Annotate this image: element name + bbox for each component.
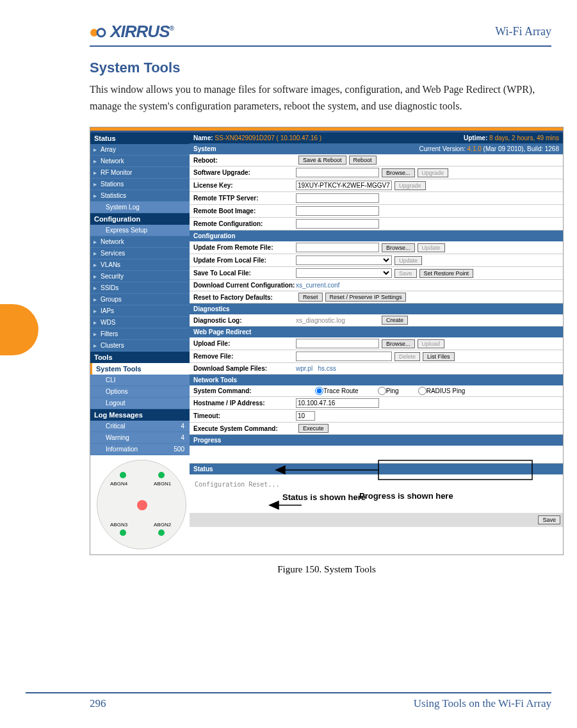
save-local-select[interactable] <box>296 268 392 278</box>
sw-upgrade-input[interactable] <box>296 168 379 177</box>
save-reboot-button[interactable]: Save & Reboot <box>298 156 346 165</box>
sidebar-row-critical[interactable]: Critical4 <box>90 421 190 432</box>
sidebar-item-wds[interactable]: ▸WDS <box>90 317 190 328</box>
sidebar-item-array[interactable]: ▸Array <box>90 144 190 156</box>
browse-button[interactable]: Browse... <box>382 168 415 177</box>
sidebar: Status ▸Array ▸Network ▸RF Monitor ▸Stat… <box>90 133 190 554</box>
license-input[interactable] <box>296 181 392 190</box>
row-reboot: Reboot: Save & Reboot Reboot <box>190 154 563 166</box>
page-number: 296 <box>90 697 106 710</box>
browse-remote-button[interactable]: Browse... <box>382 243 415 252</box>
upgrade-license-button[interactable]: Upgrade <box>394 181 426 190</box>
reboot-button[interactable]: Reboot <box>349 156 377 165</box>
sidebar-row-warning[interactable]: Warning4 <box>90 432 190 444</box>
logo: XIRRUS® <box>90 22 174 42</box>
update-remote-button[interactable]: Update <box>418 243 445 252</box>
sidebar-item-system-log[interactable]: System Log <box>90 202 190 213</box>
section-progress: Progress <box>190 435 563 446</box>
intro-text: This window allows you to manage files f… <box>90 81 551 114</box>
svg-marker-3 <box>276 466 285 474</box>
update-remote-input[interactable] <box>296 243 379 252</box>
radio-ping[interactable] <box>378 387 386 395</box>
row-timeout: Timeout: <box>190 410 563 423</box>
svg-marker-6 <box>270 501 279 509</box>
delete-wpr-button[interactable]: Delete <box>394 352 420 361</box>
sidebar-header-configuration[interactable]: Configuration <box>90 213 190 225</box>
sidebar-header-status[interactable]: Status <box>90 133 190 144</box>
annotation-status: Status is shown here <box>282 492 366 503</box>
sidebar-header-tools[interactable]: Tools <box>90 352 190 363</box>
row-wpr-download: Download Sample Files: wpr.pl hs.css <box>190 363 563 375</box>
sidebar-item-clusters[interactable]: ▸Clusters <box>90 340 190 352</box>
page-footer: 296 Using Tools on the Wi-Fi Array <box>26 692 551 710</box>
wpr-remove-input[interactable] <box>296 352 392 361</box>
diag-log-link[interactable]: xs_diagnostic.log <box>296 317 379 324</box>
save-local-button[interactable]: Save <box>394 269 417 278</box>
page-header: XIRRUS® Wi-Fi Array <box>90 19 551 47</box>
wpr-link1[interactable]: wpr.pl <box>296 365 313 372</box>
wpr-upload-input[interactable] <box>296 339 379 348</box>
row-sw-upgrade: Software Upgrade: Browse... Upgrade <box>190 166 563 179</box>
sidebar-item-options[interactable]: Options <box>90 386 190 398</box>
row-save-local: Save To Local File: Save Set Restore Poi… <box>190 267 563 280</box>
remote-conf-input[interactable] <box>296 219 379 229</box>
update-local-button[interactable]: Update <box>394 256 422 265</box>
array-diagram: ABGN4 ABGN1 ABGN3 ABGN2 <box>97 460 186 549</box>
update-local-select[interactable] <box>296 255 392 265</box>
section-title: System Tools <box>90 60 551 76</box>
row-update-local: Update From Local File: Update <box>190 254 563 267</box>
section-configuration: Configuration <box>190 231 563 241</box>
upload-wpr-button[interactable]: Upload <box>418 339 445 348</box>
sidebar-item-network2[interactable]: ▸Network <box>90 236 190 248</box>
radio-radius[interactable] <box>418 387 427 395</box>
figure-caption: Figure 150. System Tools <box>90 564 564 575</box>
sidebar-item-express-setup[interactable]: Express Setup <box>90 225 190 236</box>
boot-input[interactable] <box>296 206 379 216</box>
footer-title: Using Tools on the Wi-Fi Array <box>414 697 551 710</box>
row-wpr-remove: Remove File: Delete List Files <box>190 350 563 363</box>
row-reset-factory: Reset to Factory Defaults: Reset Reset /… <box>190 291 563 303</box>
create-diag-button[interactable]: Create <box>382 316 408 325</box>
row-boot: Remote Boot Image: <box>190 205 563 218</box>
screenshot-figure: Status ▸Array ▸Network ▸RF Monitor ▸Stat… <box>90 127 564 555</box>
timeout-input[interactable] <box>296 411 315 421</box>
sidebar-item-groups[interactable]: ▸Groups <box>90 294 190 305</box>
reset-preserve-button[interactable]: Reset / Preserve IP Settings <box>325 293 407 302</box>
sidebar-item-stations[interactable]: ▸Stations <box>90 179 190 190</box>
sidebar-item-iaps[interactable]: ▸IAPs <box>90 305 190 317</box>
set-restore-button[interactable]: Set Restore Point <box>419 269 474 278</box>
download-conf-link[interactable]: xs_current.conf <box>296 282 339 289</box>
sidebar-item-system-tools[interactable]: System Tools <box>90 363 190 375</box>
annotation-progress: Progress is shown here <box>359 491 453 501</box>
row-execute: Execute System Command: Execute <box>190 423 563 435</box>
row-wpr-upload: Upload File: Browse... Upload <box>190 337 563 350</box>
wpr-link2[interactable]: hs.css <box>318 365 336 372</box>
sidebar-header-log-messages[interactable]: Log Messages <box>90 409 190 421</box>
sidebar-item-security[interactable]: ▸Security <box>90 271 190 282</box>
sidebar-item-services[interactable]: ▸Services <box>90 248 190 259</box>
sidebar-item-cli[interactable]: CLI <box>90 375 190 386</box>
sidebar-item-network[interactable]: ▸Network <box>90 156 190 167</box>
execute-button[interactable]: Execute <box>298 424 329 433</box>
sidebar-item-vlans[interactable]: ▸VLANs <box>90 259 190 271</box>
logo-text: XIRRUS <box>110 22 169 41</box>
browse-wpr-button[interactable]: Browse... <box>382 339 415 348</box>
radio-trace[interactable] <box>315 387 323 395</box>
svg-point-1 <box>97 29 105 36</box>
save-button[interactable]: Save <box>538 515 560 524</box>
row-download-conf: Download Current Configuration: xs_curre… <box>190 280 563 291</box>
header-title: Wi-Fi Array <box>495 25 551 38</box>
row-remote-conf: Remote Configuration: <box>190 218 563 231</box>
sidebar-item-rf-monitor[interactable]: ▸RF Monitor <box>90 167 190 179</box>
list-files-button[interactable]: List Files <box>423 352 455 361</box>
sidebar-item-ssids[interactable]: ▸SSIDs <box>90 282 190 294</box>
upgrade-button[interactable]: Upgrade <box>418 168 449 177</box>
reset-button[interactable]: Reset <box>298 293 323 302</box>
sidebar-item-filters[interactable]: ▸Filters <box>90 328 190 340</box>
sidebar-item-logout[interactable]: Logout <box>90 398 190 409</box>
sidebar-row-information[interactable]: Information500 <box>90 444 190 455</box>
hostname-input[interactable] <box>296 398 379 408</box>
tftp-input[interactable] <box>296 193 379 203</box>
row-update-remote: Update From Remote File: Browse... Updat… <box>190 241 563 254</box>
sidebar-item-statistics[interactable]: ▸Statistics <box>90 190 190 202</box>
